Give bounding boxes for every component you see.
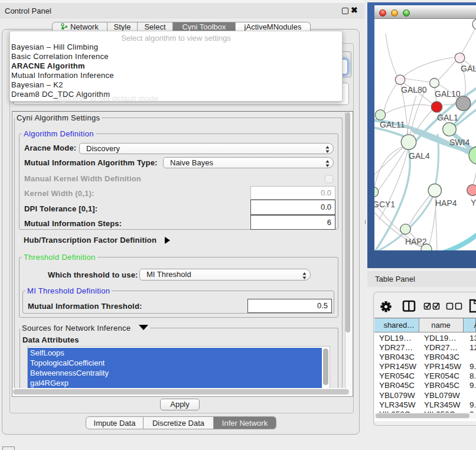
svg-text:SWI4: SWI4 [449, 138, 470, 147]
svg-text:GCY1: GCY1 [374, 200, 395, 209]
svg-text:GAL7: GAL7 [461, 64, 476, 73]
svg-text:HAP4: HAP4 [435, 198, 457, 208]
svg-text:Y: Y [471, 198, 476, 207]
svg-text:GAL1: GAL1 [437, 113, 458, 122]
svg-text:GAL10: GAL10 [435, 89, 461, 99]
svg-text:GAL11: GAL11 [380, 120, 405, 129]
svg-text:GAL80: GAL80 [401, 85, 427, 94]
svg-text:HAP2: HAP2 [405, 237, 427, 246]
svg-text:GAL4: GAL4 [409, 151, 430, 161]
